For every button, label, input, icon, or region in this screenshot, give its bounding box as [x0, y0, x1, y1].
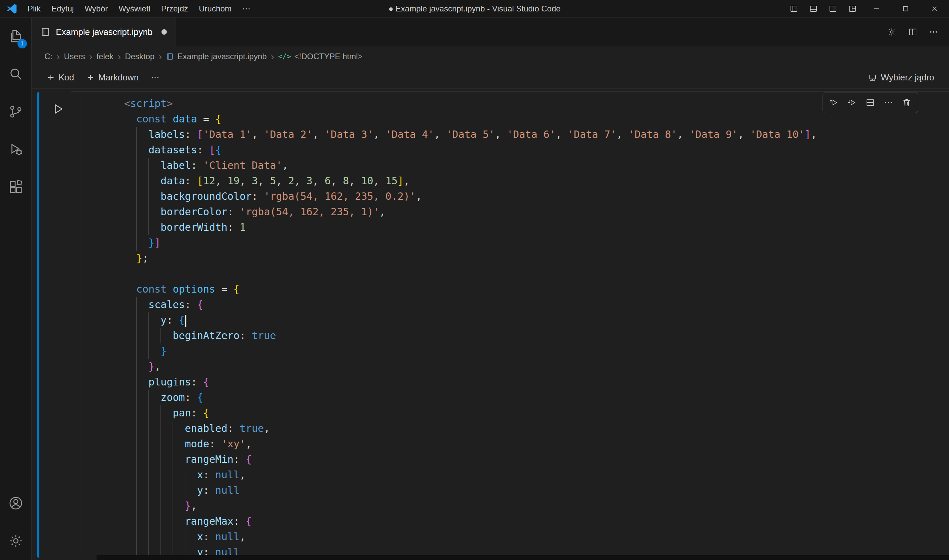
close-button[interactable]	[920, 0, 949, 17]
code-line[interactable]: pan: {	[124, 405, 949, 421]
activity-run-debug-button[interactable]	[0, 131, 32, 168]
code-line[interactable]: }	[124, 343, 949, 359]
notebook-settings-button[interactable]	[882, 22, 901, 42]
add-markdown-cell-button[interactable]: Markdown	[81, 69, 144, 85]
split-cell-button[interactable]	[862, 94, 879, 111]
menu-more[interactable]: ⋯	[237, 0, 256, 17]
gear-icon	[8, 533, 23, 549]
settings-button[interactable]	[0, 522, 32, 560]
text-cursor	[185, 315, 186, 327]
notebook-more-actions-button[interactable]: ⋯	[145, 69, 165, 85]
chevron-right-icon: ›	[57, 51, 60, 62]
breadcrumb-file[interactable]: Example javascript.ipynb	[166, 52, 266, 61]
kernel-picker-button[interactable]: Wybierz jądro	[863, 69, 940, 85]
code-line[interactable]: };	[124, 251, 949, 266]
menu-uruchom[interactable]: Uruchom	[194, 0, 237, 17]
code-line[interactable]: }]	[124, 235, 949, 251]
code-line[interactable]: zoom: {	[124, 390, 949, 405]
account-button[interactable]	[0, 484, 32, 522]
menu-wybor[interactable]: Wybór	[79, 0, 113, 17]
menu-wyswietl[interactable]: Wyświetl	[113, 0, 156, 17]
minimize-button[interactable]	[862, 0, 891, 17]
window-title: ● Example javascript.ipynb - Visual Stud…	[389, 4, 561, 14]
account-icon	[8, 495, 23, 511]
cell-code-editor[interactable]: <script>const data = {labels: ['Data 1',…	[71, 91, 949, 555]
code-line[interactable]: datasets: [{	[124, 142, 949, 158]
code-line[interactable]: labels: ['Data 1', 'Data 2', 'Data 3', '…	[124, 127, 949, 142]
menu-edytuj[interactable]: Edytuj	[46, 0, 79, 17]
breadcrumb-symbol-label: <!DOCTYPE html>	[294, 52, 363, 61]
gear-icon	[887, 27, 897, 37]
toggle-primary-sidebar-button[interactable]	[784, 0, 804, 17]
tab-label: Example javascript.ipynb	[56, 27, 153, 37]
add-code-cell-button[interactable]: Kod	[41, 69, 79, 85]
execute-below-button[interactable]	[844, 94, 861, 111]
breadcrumb-desktop[interactable]: Desktop	[125, 52, 154, 61]
code-line[interactable]: y: null	[124, 483, 949, 498]
run-cell-button[interactable]	[49, 100, 67, 118]
code-line[interactable]: backgroundColor: 'rgba(54, 162, 235, 0.2…	[124, 189, 949, 204]
toggle-secondary-sidebar-button[interactable]	[823, 0, 843, 17]
breadcrumb-symbol[interactable]: </> <!DOCTYPE html>	[278, 52, 363, 61]
code-line[interactable]: rangeMin: {	[124, 452, 949, 467]
code-content[interactable]: <script>const data = {labels: ['Data 1',…	[71, 92, 949, 555]
code-line[interactable]: borderColor: 'rgba(54, 162, 235, 1)',	[124, 204, 949, 220]
code-line[interactable]: y: null	[124, 545, 949, 555]
code-line[interactable]: borderWidth: 1	[124, 220, 949, 235]
breadcrumb-file-label: Example javascript.ipynb	[177, 52, 266, 61]
cell-more-actions-button[interactable]	[880, 94, 897, 111]
menu-przejdz[interactable]: Przejdź	[156, 0, 194, 17]
search-icon	[8, 66, 23, 82]
kernel-picker-label: Wybierz jądro	[881, 72, 934, 83]
execute-above-button[interactable]	[826, 94, 842, 111]
code-line[interactable]: const options = {	[124, 282, 949, 297]
code-line[interactable]: mode: 'xy',	[124, 436, 949, 452]
code-line[interactable]: x: null,	[124, 529, 949, 545]
code-line[interactable]: },	[124, 359, 949, 374]
trash-icon	[901, 97, 912, 108]
maximize-button[interactable]	[891, 0, 920, 17]
code-line[interactable]: },	[124, 498, 949, 514]
ellipsis-icon: ⋯	[151, 72, 160, 83]
code-line[interactable]: beginAtZero: true	[124, 328, 949, 343]
breadcrumb-drive[interactable]: C:	[45, 52, 52, 61]
activity-explorer-button[interactable]: 1	[0, 17, 32, 55]
vscode-logo-icon	[6, 3, 17, 14]
code-line[interactable]: y: {	[124, 312, 949, 328]
breadcrumb-felek[interactable]: felek	[97, 52, 114, 61]
code-line[interactable]	[124, 266, 949, 282]
tab-example-javascript-ipynb[interactable]: Example javascript.ipynb	[32, 17, 176, 46]
html-symbol-icon: </>	[278, 52, 291, 60]
customize-layout-button[interactable]	[843, 0, 862, 17]
activity-bar: 1	[0, 17, 32, 560]
code-line[interactable]: scales: {	[124, 297, 949, 312]
toggle-panel-button[interactable]	[804, 0, 823, 17]
code-line[interactable]: x: null,	[124, 467, 949, 483]
code-line[interactable]: enabled: true,	[124, 421, 949, 436]
editor-more-actions-button[interactable]	[924, 22, 943, 42]
add-markdown-label: Markdown	[98, 72, 138, 83]
code-line[interactable]: label: 'Client Data',	[124, 158, 949, 173]
notebook-file-icon	[166, 52, 174, 60]
editor-column: Example javascript.ipynb	[32, 17, 949, 560]
activity-extensions-button[interactable]	[0, 168, 32, 206]
notebook-cell: <script>const data = {labels: ['Data 1',…	[32, 89, 949, 560]
split-editor-button[interactable]	[903, 22, 922, 42]
extensions-icon	[8, 179, 23, 195]
menu-plik[interactable]: Plik	[22, 0, 46, 17]
run-debug-icon	[8, 142, 23, 157]
delete-cell-button[interactable]	[898, 94, 915, 111]
breadcrumb-users[interactable]: Users	[64, 52, 85, 61]
code-line[interactable]: data: [12, 19, 3, 5, 2, 3, 6, 8, 10, 15]…	[124, 173, 949, 189]
tab-modified-dot[interactable]	[161, 29, 167, 35]
panel-right-icon	[829, 5, 837, 13]
activity-search-button[interactable]	[0, 55, 32, 93]
code-line[interactable]: const data = {	[124, 111, 949, 127]
activity-source-control-button[interactable]	[0, 93, 32, 131]
cell-horizontal-scrollbar[interactable]	[97, 555, 949, 560]
layout-icon	[848, 5, 857, 13]
ellipsis-icon	[883, 97, 894, 108]
cell-focus-bar[interactable]	[37, 92, 39, 558]
code-line[interactable]: plugins: {	[124, 374, 949, 390]
code-line[interactable]: rangeMax: {	[124, 514, 949, 529]
